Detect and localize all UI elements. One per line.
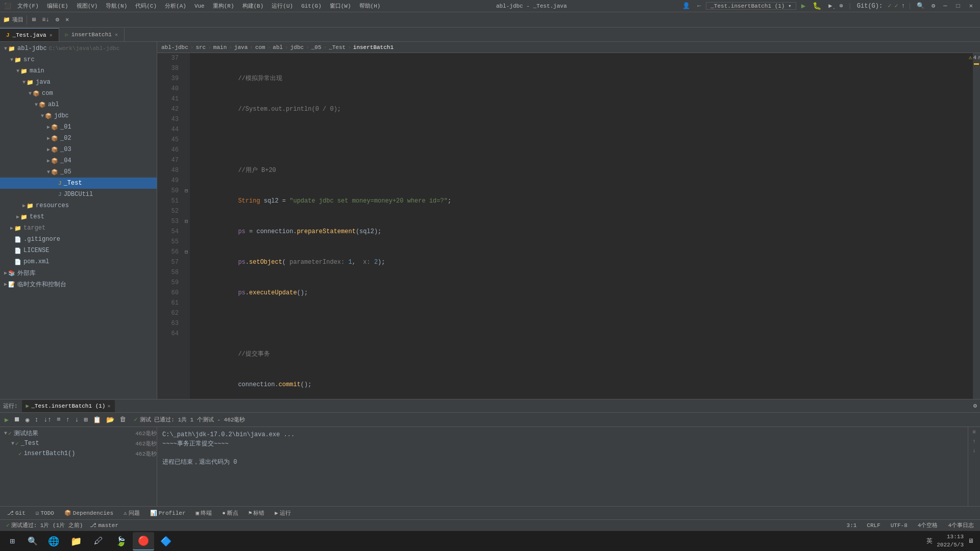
test-class-item[interactable]: ▼ ✓ _Test 462毫秒 [0,438,157,448]
minimize-btn[interactable]: ─ [940,3,950,10]
title-bar-menu-edit[interactable]: 编辑(E) [45,2,70,10]
tab-test-java[interactable]: J _Test.java ✕ [0,28,59,41]
tree-04[interactable]: ▶ 📦 _04 [0,155,157,166]
bottom-settings-btn[interactable]: ⚙ [973,402,977,410]
nav-dependencies[interactable]: 📦 Dependencies [60,509,117,517]
record-btn[interactable]: ◉ [24,415,31,425]
output-side-btn-3[interactable]: ↓ [972,447,976,454]
maximize-btn[interactable]: □ [953,3,963,10]
nav-bookmarks[interactable]: ⚑ 标错 [244,508,269,518]
taskbar-app8[interactable]: 🔷 [155,532,177,550]
toolbar-sort-btn[interactable]: ≡↓ [40,15,51,24]
export-btn[interactable]: 📋 [91,415,103,425]
title-bar-menu-analyze[interactable]: 分析(A) [163,2,188,10]
tree-src[interactable]: ▼ 📁 src [0,54,157,65]
user-icon[interactable]: 👤 [680,2,692,10]
title-bar-menu-git[interactable]: Git(G) [299,3,324,9]
code-content[interactable]: //模拟异常出现 //System.out.println(0 / 0); //… [190,53,973,399]
tree-external[interactable]: ▶ 📚 外部库 [0,267,157,279]
nav-run[interactable]: ▶ 运行 [271,508,295,518]
status-position[interactable]: 3:1 [845,522,859,529]
git-label[interactable]: Git(G): [855,3,885,10]
rerun-btn[interactable]: ▶ [3,415,10,425]
breadcrumb-abljdbc[interactable]: abl-jdbc [161,44,188,51]
title-bar-menu-file[interactable]: 文件(F) [15,2,41,10]
tree-target[interactable]: ▶ 📁 target [0,222,157,234]
nav-git[interactable]: ⎇ Git [3,509,30,517]
run-btn[interactable]: ▶ [799,2,807,10]
output-side-btn-2[interactable]: ↑ [972,438,976,444]
settings-btn[interactable]: ⚙ [929,2,937,10]
tree-license[interactable]: ▶ 📄 LICENSE [0,245,157,256]
taskbar-explorer[interactable]: 📁 [65,532,87,550]
tree-jdbcutil[interactable]: ▶ J JDBCUtil [0,189,157,200]
breadcrumb-test[interactable]: _Test [329,44,346,51]
breadcrumb-main[interactable]: main [213,44,227,51]
tab-insertbatch-close[interactable]: ✕ [115,32,118,38]
test-results-root[interactable]: ▼ ✓ 测试结果 462毫秒 [0,428,157,438]
tree-pomxml[interactable]: ▶ 📄 pom.xml [0,256,157,267]
tab-insertbatch[interactable]: ▷ insertBatch1 ✕ [59,28,125,41]
run-config-dropdown[interactable]: _Test.insertBatch1 (1) ▾ [706,2,796,10]
nav-terminal[interactable]: ▣ 终端 [192,508,216,518]
tree-abl[interactable]: ▼ 📦 abl [0,99,157,110]
prev-fail-btn[interactable]: ↑ [64,415,71,424]
title-bar-menu-run[interactable]: 运行(U) [270,2,295,10]
title-bar-menu-nav[interactable]: 导航(N) [104,2,129,10]
sort-dur-btn[interactable]: ↕ [33,415,40,424]
taskbar-idea[interactable]: 🔴 [133,532,154,550]
nav-problems[interactable]: ⚠ 问题 [119,508,144,518]
close-btn[interactable]: ✕ [966,2,976,10]
import-btn[interactable]: 📂 [105,415,116,425]
nav-breakpoints[interactable]: ● 断点 [218,508,242,518]
title-bar-menu-window[interactable]: 窗口(W) [328,2,353,10]
run-with-coverage-btn[interactable]: ▶̣ [826,2,834,10]
expand-btn[interactable]: ≡ [55,415,62,424]
toolbar-structure-btn[interactable]: ⊞ [30,15,38,24]
breadcrumb-src[interactable]: src [195,44,206,51]
more-run-btn[interactable]: ⊕ [837,2,845,10]
taskbar-search[interactable]: 🔍 [23,532,42,550]
tree-scratches[interactable]: ▶ 📝 临时文件和控制台 [0,279,157,290]
tree-01[interactable]: ▶ 📦 _01 [0,121,157,133]
title-bar-menu-vue[interactable]: Vue [192,3,207,9]
status-test-pass[interactable]: ✓ 测试通过: 1片 (1片 之前) [4,521,85,529]
tree-02[interactable]: ▶ 📦 _02 [0,133,157,144]
stop-btn[interactable]: ⏹ [12,415,22,424]
tree-test-file[interactable]: ▶ J _Test [0,178,157,189]
tab-run-close[interactable]: ✕ [107,403,110,409]
title-bar-menu-view[interactable]: 视图(V) [75,2,100,10]
nav-todo[interactable]: ☑ TODO [32,509,58,517]
sort-az-btn[interactable]: ↓↑ [42,415,53,424]
title-bar-menu-refactor[interactable]: 重构(R) [211,2,236,10]
bottom-tab-run[interactable]: ▶ _Test.insertBatch1 (1) ✕ [22,400,115,412]
status-issues[interactable]: 4个事日志 [946,521,976,529]
breadcrumb-jdbc[interactable]: jdbc [290,44,304,51]
git-arrow[interactable]: ↑ [901,3,905,10]
title-bar-menu-build[interactable]: 构建(B) [240,2,266,10]
breadcrumb-insertbatch[interactable]: insertBatch1 [353,44,394,51]
filter-btn[interactable]: ⊞ [83,415,90,425]
status-indent[interactable]: 4个空格 [916,521,940,529]
tree-com[interactable]: ▼ 📦 com [0,88,157,99]
tree-root-abljdbc[interactable]: ▼ 📁 abl-jdbc C:\work\java\abl-jdbc [0,43,157,54]
tree-java[interactable]: ▼ 📁 java [0,77,157,88]
tree-05[interactable]: ▼ 📦 _05 [0,166,157,178]
debug-btn[interactable]: 🐛 [811,2,823,10]
status-encoding[interactable]: UTF-8 [889,522,910,529]
status-git[interactable]: ⎇ master [88,522,120,529]
test-method-item[interactable]: ✓ insertBatch1() 462毫秒 [0,448,157,459]
breadcrumb-05[interactable]: _05 [311,44,322,51]
title-bar-menu-help[interactable]: 帮助(H) [357,2,383,10]
clear-btn[interactable]: 🗑 [118,415,128,424]
search-btn[interactable]: 🔍 [915,2,926,10]
taskbar-notepad[interactable]: 🖊 [88,532,109,550]
taskbar-leaf[interactable]: 🍃 [110,532,132,550]
taskbar-browser-chrome[interactable]: 🌐 [43,532,64,550]
breadcrumb-com[interactable]: com [255,44,265,51]
tab-test-close[interactable]: ✕ [50,32,53,38]
back-icon[interactable]: ← [695,3,703,10]
nav-profiler[interactable]: 📊 Profiler [146,509,190,517]
toolbar-close-btn[interactable]: ✕ [63,15,71,24]
tree-jdbc[interactable]: ▼ 📦 jdbc [0,110,157,121]
